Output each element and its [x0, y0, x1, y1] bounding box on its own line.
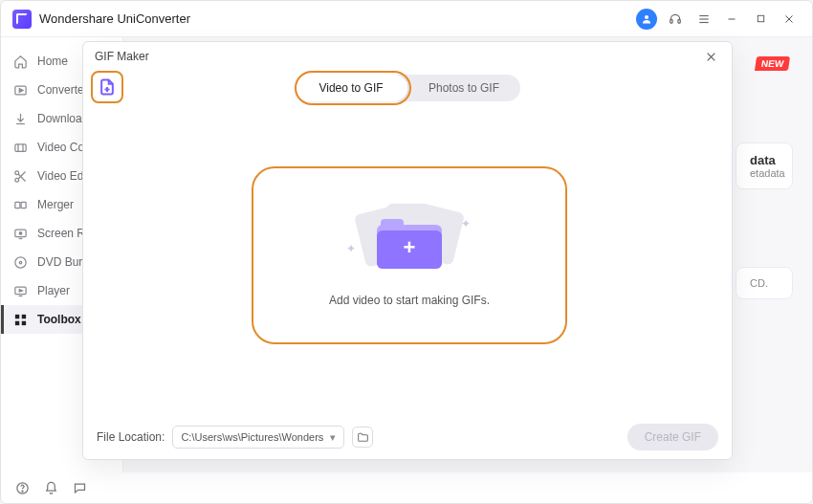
- tab-photos-to-gif[interactable]: Photos to GIF: [407, 75, 520, 101]
- new-badge: NEW: [755, 56, 790, 71]
- file-location-label: File Location:: [97, 430, 165, 444]
- download-icon: [12, 111, 28, 126]
- player-icon: [12, 283, 28, 298]
- background-card-line: CD.: [750, 277, 779, 289]
- disc-icon: [12, 254, 28, 270]
- app-title: Wondershare UniConverter: [39, 11, 190, 26]
- sidebar-item-label: Toolbox: [37, 313, 81, 326]
- add-file-icon: [98, 77, 117, 97]
- background-card: CD.: [736, 267, 793, 299]
- svg-point-14: [14, 178, 18, 182]
- compress-icon: [12, 140, 28, 155]
- svg-rect-29: [14, 320, 18, 324]
- sidebar-item-label: Home: [37, 55, 68, 68]
- sidebar-item-label: Merger: [37, 198, 74, 211]
- dialog-footer: File Location: C:\Users\ws\Pictures\Wond…: [83, 415, 732, 459]
- merger-icon: [12, 197, 28, 212]
- svg-rect-2: [678, 19, 680, 22]
- feedback-icon[interactable]: [72, 480, 87, 495]
- open-folder-button[interactable]: [352, 427, 373, 448]
- create-gif-button[interactable]: Create GIF: [627, 424, 718, 450]
- svg-rect-28: [21, 314, 25, 318]
- gif-maker-dialog: GIF Maker Video to GIF Photos to GIF + ✦…: [82, 41, 733, 460]
- file-location-select[interactable]: C:\Users\ws\Pictures\Wonders ▾: [172, 426, 344, 449]
- background-card-title: data: [750, 153, 779, 167]
- bell-icon[interactable]: [43, 480, 58, 495]
- headset-icon[interactable]: [665, 9, 686, 30]
- folder-icon: [357, 431, 369, 444]
- svg-marker-11: [19, 88, 23, 92]
- svg-point-13: [14, 170, 18, 174]
- svg-rect-12: [14, 143, 25, 151]
- background-card: data etadata: [736, 142, 793, 189]
- dialog-title: GIF Maker: [95, 50, 149, 63]
- svg-point-22: [14, 256, 25, 267]
- sidebar-item-label: Player: [37, 284, 70, 297]
- tab-video-to-gif[interactable]: Video to GIF: [295, 75, 407, 101]
- svg-point-32: [22, 491, 23, 492]
- svg-rect-30: [21, 320, 25, 324]
- minimize-button[interactable]: [720, 8, 743, 31]
- file-location-path: C:\Users\ws\Pictures\Wonders: [181, 431, 323, 443]
- folder-plus-icon: +: [377, 219, 442, 269]
- svg-rect-27: [14, 314, 18, 318]
- background-card-sub: etadata: [750, 167, 779, 179]
- toolbox-icon: [12, 312, 28, 327]
- svg-point-20: [19, 231, 22, 234]
- status-bar: [1, 472, 812, 503]
- drop-hint: Add video to start making GIFs.: [329, 294, 490, 307]
- dialog-header: GIF Maker: [83, 42, 732, 71]
- sparkle-icon: ✦: [461, 217, 471, 230]
- mode-tabs: Video to GIF Photos to GIF: [295, 75, 520, 101]
- title-bar: Wondershare UniConverter: [1, 1, 812, 37]
- svg-marker-25: [19, 289, 22, 292]
- dialog-close-button[interactable]: [701, 47, 720, 66]
- svg-rect-7: [758, 15, 763, 21]
- maximize-button[interactable]: [749, 8, 772, 31]
- home-icon: [12, 54, 28, 69]
- svg-point-0: [645, 15, 648, 19]
- sparkle-icon: ✦: [346, 242, 356, 255]
- svg-rect-18: [21, 202, 26, 208]
- svg-point-23: [19, 261, 22, 264]
- app-logo-icon: [12, 10, 32, 29]
- app-window: Wondershare UniConverter Home: [0, 0, 813, 504]
- help-icon[interactable]: [14, 480, 30, 495]
- drop-illustration: + ✦ ✦: [352, 204, 467, 280]
- svg-rect-17: [14, 202, 19, 208]
- drop-zone[interactable]: + ✦ ✦ Add video to start making GIFs.: [252, 166, 567, 344]
- svg-rect-1: [670, 19, 672, 22]
- menu-icon[interactable]: [693, 9, 714, 30]
- screen-recorder-icon: [12, 226, 28, 241]
- close-window-button[interactable]: [778, 8, 801, 31]
- chevron-down-icon: ▾: [330, 431, 336, 444]
- user-icon[interactable]: [636, 9, 657, 30]
- scissors-icon: [12, 168, 28, 184]
- add-file-button[interactable]: [91, 71, 123, 103]
- sidebar-item-label: Converter: [37, 83, 88, 97]
- converter-icon: [12, 82, 28, 98]
